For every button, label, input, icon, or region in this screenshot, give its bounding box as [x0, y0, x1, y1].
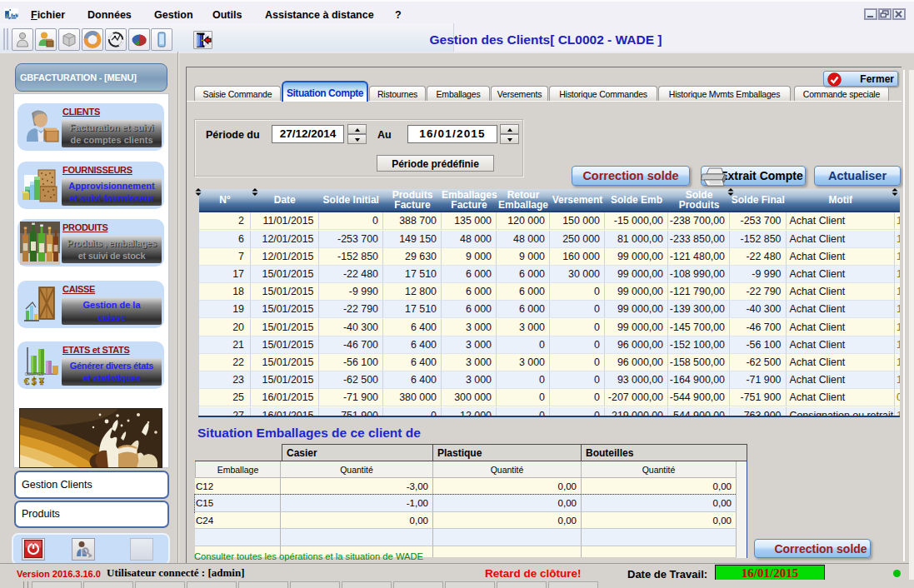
svg-text:€ $ ¥: € $ ¥ — [24, 376, 44, 387]
